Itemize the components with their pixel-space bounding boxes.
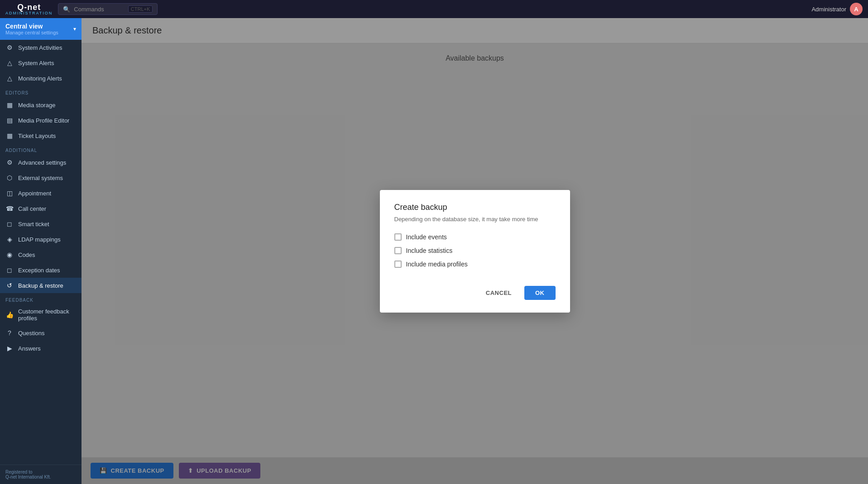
cancel-button[interactable]: CANCEL	[479, 286, 519, 300]
sidebar-footer: Registered to Q-net International Kft.	[0, 465, 82, 484]
search-shortcut: CTRL+K	[128, 5, 153, 13]
sidebar-item-label: Media storage	[18, 102, 55, 109]
questions-icon: ?	[5, 329, 14, 337]
editors-section-label: EDITORS	[0, 86, 82, 97]
search-icon: 🔍	[63, 6, 70, 13]
logo-qnet-text: Q-net	[17, 3, 41, 11]
feedback-section-label: FEEDBACK	[0, 293, 82, 304]
sidebar-item-appointment[interactable]: ◫ Appointment	[0, 185, 82, 201]
sidebar-item-backup-restore[interactable]: ↺ Backup & restore	[0, 278, 82, 293]
sidebar-item-questions[interactable]: ? Questions	[0, 325, 82, 341]
sidebar-item-label: Codes	[18, 251, 35, 258]
answers-icon: ▶	[5, 344, 14, 352]
include-events-checkbox[interactable]	[394, 233, 402, 241]
sidebar-item-external-systems[interactable]: ⬡ External systems	[0, 170, 82, 185]
dialog-subtitle: Depending on the database size, it may t…	[394, 216, 556, 223]
backup-restore-icon: ↺	[5, 281, 14, 289]
customer-feedback-icon: 👍	[5, 311, 14, 319]
smart-ticket-icon: ◻	[5, 220, 14, 228]
activities-icon: ⚙	[5, 43, 14, 52]
sidebar-item-codes[interactable]: ◉ Codes	[0, 247, 82, 262]
sidebar-item-label: Call center	[18, 205, 46, 212]
footer-registered: Registered to	[5, 470, 76, 475]
sidebar-item-label: System Alerts	[18, 60, 54, 66]
sidebar: Central view Manage central settings ▾ ⚙…	[0, 18, 82, 484]
central-view-text: Central view Manage central settings	[5, 23, 58, 35]
include-statistics-row[interactable]: Include statistics	[394, 247, 556, 254]
main-layout: Central view Manage central settings ▾ ⚙…	[0, 18, 868, 484]
sidebar-item-monitoring-alerts[interactable]: △ Monitoring Alerts	[0, 71, 82, 86]
alerts-icon: △	[5, 59, 14, 67]
logo: Q-net ADMINISTRATION	[5, 3, 53, 15]
chevron-down-icon: ▾	[73, 26, 76, 32]
sidebar-item-answers[interactable]: ▶ Answers	[0, 341, 82, 356]
sidebar-item-exception-dates[interactable]: ◻ Exception dates	[0, 262, 82, 278]
modal-overlay: Create backup Depending on the database …	[82, 18, 868, 484]
ldap-icon: ◈	[5, 235, 14, 243]
sidebar-item-label: Answers	[18, 345, 41, 352]
include-media-profiles-label: Include media profiles	[406, 261, 468, 268]
sidebar-item-label: LDAP mappings	[18, 236, 61, 243]
sidebar-item-label: External systems	[18, 175, 63, 181]
create-backup-dialog: Create backup Depending on the database …	[380, 190, 570, 313]
sidebar-item-customer-feedback[interactable]: 👍 Customer feedback profiles	[0, 304, 82, 325]
central-view-title: Central view	[5, 23, 58, 30]
sidebar-item-label: Ticket Layouts	[18, 133, 56, 139]
search-placeholder: Commands	[74, 6, 104, 13]
content-area: Backup & restore Available backups 💾 CRE…	[82, 18, 868, 484]
sidebar-item-ldap-mappings[interactable]: ◈ LDAP mappings	[0, 232, 82, 247]
media-profile-icon: ▤	[5, 116, 14, 124]
include-events-row[interactable]: Include events	[394, 233, 556, 241]
additional-section-label: ADDITIONAL	[0, 143, 82, 155]
include-events-label: Include events	[406, 233, 447, 241]
sidebar-item-label: Appointment	[18, 190, 51, 197]
sidebar-item-label: Backup & restore	[18, 282, 63, 289]
admin-username: Administrator	[811, 6, 846, 13]
sidebar-item-media-storage[interactable]: ▦ Media storage	[0, 97, 82, 113]
ok-button[interactable]: OK	[524, 286, 556, 300]
call-center-icon: ☎	[5, 204, 14, 213]
sidebar-item-advanced-settings[interactable]: ⚙ Advanced settings	[0, 155, 82, 170]
sidebar-item-media-profile-editor[interactable]: ▤ Media Profile Editor	[0, 113, 82, 128]
sidebar-item-label: System Activities	[18, 44, 62, 51]
sidebar-item-label: Smart ticket	[18, 221, 49, 228]
logo-admin-text: ADMINISTRATION	[5, 11, 53, 15]
dialog-checkboxes: Include events Include statistics Includ…	[394, 233, 556, 268]
sidebar-item-call-center[interactable]: ☎ Call center	[0, 201, 82, 216]
sidebar-item-label: Customer feedback profiles	[18, 308, 76, 322]
exception-dates-icon: ◻	[5, 266, 14, 274]
sidebar-item-system-activities[interactable]: ⚙ System Activities	[0, 40, 82, 55]
sidebar-central-view[interactable]: Central view Manage central settings ▾	[0, 18, 82, 40]
appointment-icon: ◫	[5, 189, 14, 197]
external-systems-icon: ⬡	[5, 174, 14, 182]
ticket-layouts-icon: ▦	[5, 132, 14, 140]
codes-icon: ◉	[5, 251, 14, 259]
sidebar-item-label: Media Profile Editor	[18, 117, 69, 124]
topbar-right: Administrator A	[811, 3, 863, 15]
include-media-profiles-checkbox[interactable]	[394, 261, 402, 268]
topbar: Q-net ADMINISTRATION 🔍 Commands CTRL+K A…	[0, 0, 868, 18]
footer-company: Q-net International Kft.	[5, 475, 76, 479]
avatar[interactable]: A	[850, 3, 863, 15]
advanced-settings-icon: ⚙	[5, 158, 14, 166]
search-bar[interactable]: 🔍 Commands CTRL+K	[58, 3, 158, 15]
media-storage-icon: ▦	[5, 101, 14, 109]
central-view-subtitle: Manage central settings	[5, 30, 58, 35]
include-statistics-checkbox[interactable]	[394, 247, 402, 254]
sidebar-item-label: Exception dates	[18, 267, 60, 274]
sidebar-item-system-alerts[interactable]: △ System Alerts	[0, 55, 82, 71]
topbar-left: Q-net ADMINISTRATION 🔍 Commands CTRL+K	[5, 3, 158, 15]
sidebar-item-smart-ticket[interactable]: ◻ Smart ticket	[0, 216, 82, 232]
include-media-profiles-row[interactable]: Include media profiles	[394, 261, 556, 268]
sidebar-item-ticket-layouts[interactable]: ▦ Ticket Layouts	[0, 128, 82, 143]
dialog-title: Create backup	[394, 203, 556, 212]
sidebar-item-label: Advanced settings	[18, 159, 66, 166]
monitoring-icon: △	[5, 74, 14, 82]
dialog-actions: CANCEL OK	[394, 286, 556, 300]
include-statistics-label: Include statistics	[406, 247, 453, 254]
sidebar-item-label: Questions	[18, 330, 45, 337]
sidebar-item-label: Monitoring Alerts	[18, 75, 62, 82]
